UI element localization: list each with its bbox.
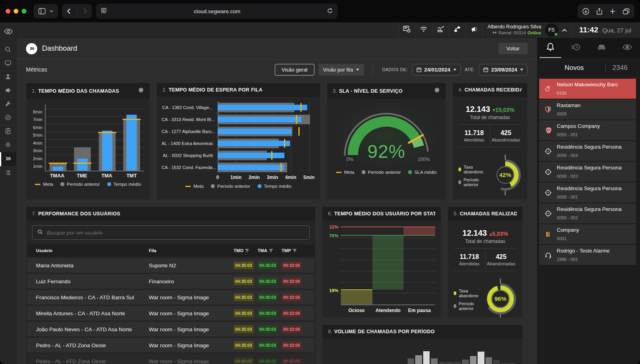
target-icon — [543, 210, 553, 217]
user-menu[interactable]: Alberdo Rodrigues Silva Ramal: 00314 Onl… — [482, 22, 572, 38]
tab-monitoring[interactable] — [614, 38, 640, 58]
view-by-queue-button[interactable]: Visão por fila — [318, 64, 364, 76]
sidebar-item-reports[interactable] — [0, 125, 16, 138]
downloads-icon[interactable] — [582, 8, 589, 15]
minimize-window-button[interactable] — [14, 9, 18, 14]
badge-tmp: 00:32:05 — [282, 277, 302, 285]
card-avg-wait-by-queue: 2.TEMPO MÉDIO DE ESPERA POR FILA CA - 13… — [156, 83, 320, 200]
share-icon[interactable] — [596, 8, 602, 15]
card-title: PERFORMANCE DOS USUÁRIOS — [38, 211, 310, 217]
queue-label: CA - 1632 Cond. Fazenda... — [162, 165, 218, 170]
alarm-item[interactable]: Residência Segura Persona 0099 - 003 — [539, 162, 636, 182]
table-row[interactable]: Luiz Fernando Financeiro 04:35:03 04:35:… — [27, 274, 314, 288]
card-settings-gear-icon[interactable] — [434, 87, 440, 95]
new-tab-icon[interactable] — [610, 8, 616, 14]
abandon-rate-donut: 96% — [482, 276, 519, 318]
date-to-picker[interactable]: 23/09/2024 — [479, 64, 528, 76]
table-row[interactable]: Pedro - AL - ATD Zona Oeste War room - S… — [27, 354, 314, 364]
sidebar-item-dashboard[interactable] — [0, 152, 16, 166]
queue-row: CA - 1277 Alphaville Baru... — [162, 125, 314, 137]
tab-alarms[interactable] — [538, 38, 563, 58]
person-icon — [4, 73, 12, 82]
column-tma[interactable]: TMA — [258, 248, 278, 253]
broadcast-button[interactable] — [466, 22, 482, 38]
alarm-item[interactable]: Rastaman 0909 — [539, 99, 636, 119]
forward-button[interactable] — [84, 8, 87, 14]
sidebar-item-monitoring[interactable] — [0, 57, 16, 70]
sidebar-item-explore[interactable] — [0, 111, 16, 125]
sidebar-item-announcements[interactable] — [0, 84, 16, 97]
badge-tma: 04:35:03 — [258, 261, 278, 269]
x-tick-label: 4min — [285, 175, 296, 180]
status-bar-atendendo — [372, 235, 404, 290]
reports-shortcut-button[interactable] — [398, 22, 415, 38]
sidebar-toggle-button[interactable] — [34, 4, 58, 18]
svg-text:100%: 100% — [418, 157, 430, 162]
volume-bar — [439, 362, 446, 364]
card-settings-gear-icon[interactable] — [138, 87, 144, 95]
alarm-item[interactable]: Residência Segura Persona 0099 - 002 — [539, 203, 636, 223]
view-general-button[interactable]: Visão geral — [275, 64, 314, 76]
alarm-item[interactable]: Nelson Makowieschy Barc 0150 — [539, 79, 636, 99]
alarm-item[interactable]: Residência Segura Persona 0099 - 001 — [539, 183, 636, 203]
legend-item: Meta — [185, 184, 204, 189]
table-row[interactable]: Pedro - AL - ATD Zona Oeste War room - S… — [27, 338, 314, 352]
sidebar-item-tools[interactable] — [0, 97, 16, 111]
stats-shortcut-button[interactable] — [432, 22, 449, 38]
alarm-item[interactable]: Rodrigo - Teste Alarme 1986 - 001 — [539, 245, 636, 265]
close-window-button[interactable] — [6, 9, 10, 14]
tab-history[interactable] — [563, 38, 589, 58]
sidebar-item-settings[interactable] — [0, 138, 16, 152]
gear-icon — [4, 141, 12, 150]
alarm-code: 0099 - 004 — [557, 153, 578, 158]
legend-item: Taxa abandono — [454, 288, 480, 298]
connection-status-button[interactable] — [415, 22, 432, 38]
table-body: Maria Antonieta Suporte N2 04:35:03 04:3… — [26, 257, 315, 364]
alarm-name: Residência Segura Persona — [557, 144, 622, 150]
total-calls-label: Total de chamadas — [458, 115, 522, 120]
address-bar[interactable]: cloud.segware.com — [96, 4, 338, 19]
table-row[interactable]: Francisco Medeiros - CA - ATD Barra Sul … — [27, 290, 314, 304]
queue-row: AL - 0032 Shopping Buriti — [162, 149, 314, 161]
column-tmo[interactable]: TMO — [234, 248, 254, 253]
back-button[interactable] — [67, 8, 70, 14]
cell-user: Pedro - AL - ATD Zona Oeste — [36, 342, 149, 348]
volume-bar — [454, 362, 461, 364]
user-search-box[interactable] — [32, 225, 310, 240]
user-search-input[interactable] — [47, 230, 304, 236]
zoom-window-button[interactable] — [22, 9, 26, 14]
sidebar-item-search[interactable] — [0, 43, 16, 57]
bell-icon — [546, 42, 555, 54]
bar-group-tmt — [121, 104, 142, 171]
tab-overview-icon[interactable] — [623, 8, 630, 14]
chevron-down-icon — [50, 10, 53, 12]
alarm-item[interactable]: Residência Segura Persona 0099 - 004 — [539, 141, 636, 161]
alarm-item[interactable]: Campos Company 0055 - 001 — [539, 120, 636, 140]
avatar[interactable]: FS — [545, 24, 558, 36]
abandoned-value: 425 — [490, 129, 522, 137]
chevron-up-icon[interactable] — [562, 26, 567, 34]
skull-icon — [543, 127, 553, 134]
badge-tmo: 04:35:03 — [234, 309, 254, 317]
table-row[interactable]: João Paulo Neves - CA - ATD Asa Norte Wa… — [27, 322, 314, 336]
sidebar-item-queue-list[interactable] — [0, 166, 16, 180]
badge-tma: 04:35:03 — [258, 293, 278, 301]
reader-icon[interactable] — [101, 8, 107, 14]
volume-histogram — [329, 346, 516, 364]
table-row[interactable]: Maria Antonieta Suporte N2 04:35:03 04:3… — [27, 258, 314, 273]
tab-vehicles[interactable] — [589, 38, 614, 58]
back-button-voltar[interactable]: Voltar — [498, 43, 528, 54]
column-tmp[interactable]: TMP — [282, 248, 302, 253]
sidebar-item-logo[interactable] — [0, 22, 16, 43]
table-row[interactable]: Mirella Antunes - CA - ATD Asa Norte War… — [27, 306, 314, 320]
card-title: CHAMADAS REALIZADAS — [460, 211, 517, 217]
sidebar-item-users[interactable] — [0, 70, 16, 84]
reload-icon[interactable] — [327, 8, 333, 15]
alarm-item[interactable]: Company 0001 — [539, 224, 636, 244]
card-avg-call-time: 1.TEMPO MÉDIO DAS CHAMADAS 1min2min3min4… — [26, 83, 150, 200]
flow-shortcut-button[interactable] — [449, 22, 466, 38]
sla-gauge-chart: 92% 0% 100% — [330, 102, 442, 167]
date-from-picker[interactable]: 24/01/2024 — [412, 64, 461, 76]
panic-hand-icon — [543, 85, 553, 93]
x-tick-label: Em pausa — [404, 308, 435, 313]
